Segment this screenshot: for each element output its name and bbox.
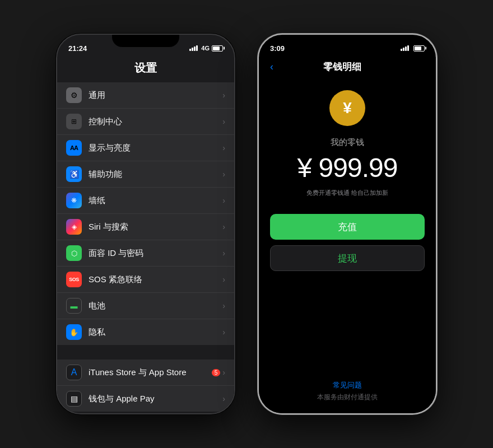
settings-item-general[interactable]: ⚙ 通用 › (57, 82, 234, 109)
settings-item-wallet[interactable]: ▤ 钱包与 Apple Pay › (57, 386, 234, 412)
settings-item-control[interactable]: ⊞ 控制中心 › (57, 109, 234, 135)
wallet-amount: ¥ 999.99 (297, 152, 398, 183)
siri-icon: ◈ (66, 219, 82, 235)
settings-item-accessibility[interactable]: ♿ 辅助功能 › (57, 161, 234, 188)
separator-1 (57, 348, 234, 360)
my-cash-label: 我的零钱 (331, 137, 364, 148)
r-signal-1 (401, 49, 402, 51)
privacy-chevron: › (222, 328, 225, 337)
wallet-content: ¥ 我的零钱 ¥ 999.99 免费开通零钱通 给自己加加新 充值 提现 常见问… (259, 79, 436, 413)
settings-list: ⚙ 通用 › ⊞ 控制中心 › AA 显示与亮度 › ♿ 辅助功能 › (57, 82, 234, 413)
control-icon: ⊞ (66, 114, 82, 129)
wallet-screen: ‹ 零钱明细 ¥ 我的零钱 ¥ 999.99 免费开通零钱通 给自己加加新 充值… (259, 57, 436, 413)
display-icon: AA (66, 140, 82, 156)
itunes-badge: 5 (212, 369, 221, 376)
general-icon: ⚙ (66, 87, 82, 103)
display-label: 显示与亮度 (89, 143, 222, 153)
battery-icon (212, 45, 223, 52)
battery-fill (213, 46, 220, 50)
left-notch (112, 35, 179, 47)
settings-title: 设置 (57, 57, 234, 82)
wallet-settings-icon: ▤ (66, 391, 82, 407)
battery-label: 电池 (89, 301, 222, 311)
signal-bars (189, 45, 198, 51)
left-phone: 21:24 4G 设置 ⚙ 通用 › (56, 34, 235, 414)
r-signal-3 (405, 46, 407, 51)
wallet-nav: ‹ 零钱明细 (259, 57, 436, 79)
display-chevron: › (222, 143, 225, 152)
general-chevron: › (222, 91, 225, 100)
wallpaper-label: 墙纸 (89, 195, 222, 206)
settings-item-sos[interactable]: SOS SOS 紧急联络 › (57, 267, 234, 293)
itunes-label: iTunes Store 与 App Store (89, 367, 207, 378)
left-time: 21:24 (68, 44, 87, 53)
battery-chevron: › (222, 301, 225, 310)
settings-item-itunes[interactable]: A iTunes Store 与 App Store 5 › (57, 360, 234, 386)
signal-bar-3 (194, 46, 196, 51)
r-signal-2 (403, 48, 404, 51)
privacy-icon: ✋ (66, 324, 82, 340)
network-type: 4G (201, 45, 210, 52)
faceid-chevron: › (222, 249, 225, 258)
wallpaper-chevron: › (222, 196, 225, 205)
wallpaper-icon: ❋ (66, 193, 82, 208)
wallet-promo: 免费开通零钱通 给自己加加新 (306, 189, 388, 197)
signal-bar-1 (189, 49, 191, 51)
privacy-label: 隐私 (89, 327, 222, 338)
siri-chevron: › (222, 222, 225, 231)
right-notch (314, 35, 381, 47)
settings-item-battery[interactable]: ▬ 电池 › (57, 293, 234, 319)
wallet-powered: 本服务由财付通提供 (317, 393, 378, 402)
right-status-icons (401, 45, 425, 52)
itunes-icon: A (66, 365, 82, 380)
settings-item-siri[interactable]: ◈ Siri 与搜索 › (57, 214, 234, 240)
accessibility-icon: ♿ (66, 166, 82, 182)
faceid-icon: ⬡ (66, 245, 82, 261)
itunes-chevron: › (222, 368, 225, 377)
general-label: 通用 (89, 90, 222, 101)
yuan-symbol: ¥ (343, 99, 352, 117)
settings-section-apps: A iTunes Store 与 App Store 5 › ▤ 钱包与 App… (57, 360, 234, 412)
signal-bar-4 (196, 45, 198, 51)
withdraw-button[interactable]: 提现 (270, 245, 425, 271)
accessibility-label: 辅助功能 (89, 169, 222, 180)
accessibility-chevron: › (222, 170, 225, 179)
control-chevron: › (222, 117, 225, 126)
wallet-buttons: 充值 提现 (270, 214, 425, 271)
wallet-footer: 常见问题 本服务由财付通提供 (317, 380, 378, 402)
signal-bar-2 (192, 48, 193, 51)
right-battery-fill (415, 46, 421, 50)
wallet-label: 钱包与 Apple Pay (89, 394, 222, 404)
topup-button[interactable]: 充值 (270, 214, 425, 240)
settings-item-privacy[interactable]: ✋ 隐私 › (57, 319, 234, 345)
sos-label: SOS 紧急联络 (89, 274, 222, 285)
wallet-faq[interactable]: 常见问题 (317, 380, 378, 390)
right-phone: 3:09 ‹ 零钱明细 ¥ 我的零钱 ¥ 999.99 免 (258, 34, 437, 414)
settings-item-display[interactable]: AA 显示与亮度 › (57, 135, 234, 161)
settings-screen: 设置 ⚙ 通用 › ⊞ 控制中心 › AA 显示与亮度 › (57, 57, 234, 413)
left-status-icons: 4G (189, 45, 223, 52)
wallet-chevron: › (222, 394, 225, 403)
right-battery-icon (413, 45, 425, 52)
settings-section-general: ⚙ 通用 › ⊞ 控制中心 › AA 显示与亮度 › ♿ 辅助功能 › (57, 82, 234, 345)
faceid-label: 面容 ID 与密码 (89, 248, 222, 259)
sos-chevron: › (222, 275, 225, 284)
settings-item-wallpaper[interactable]: ❋ 墙纸 › (57, 188, 234, 214)
wallet-back-button[interactable]: ‹ (270, 61, 273, 73)
right-signal-bars (401, 45, 409, 51)
r-signal-4 (407, 45, 409, 51)
sos-icon: SOS (66, 272, 82, 287)
settings-item-faceid[interactable]: ⬡ 面容 ID 与密码 › (57, 240, 234, 267)
wallet-nav-title: 零钱明细 (323, 60, 361, 73)
control-label: 控制中心 (89, 116, 222, 127)
right-time: 3:09 (270, 44, 285, 53)
siri-label: Siri 与搜索 (89, 222, 222, 232)
yuan-circle: ¥ (329, 90, 365, 126)
battery-settings-icon: ▬ (66, 298, 82, 314)
